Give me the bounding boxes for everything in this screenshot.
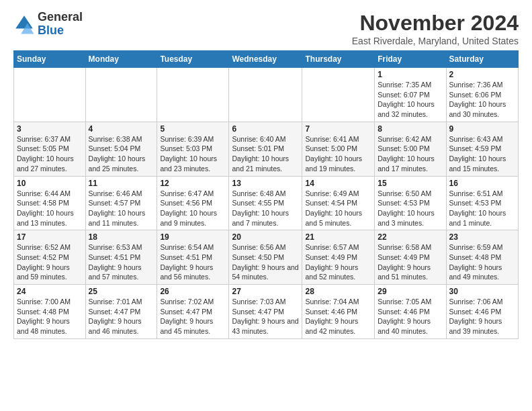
- calendar-cell: 12Sunrise: 6:47 AM Sunset: 4:56 PM Dayli…: [157, 176, 229, 230]
- day-number: 2: [449, 70, 515, 79]
- col-saturday: Saturday: [446, 51, 518, 68]
- day-number: 9: [449, 124, 515, 134]
- title-block: November 2024 East Riverdale, Maryland, …: [352, 11, 519, 46]
- day-info: Sunrise: 6:47 AM Sunset: 4:56 PM Dayligh…: [160, 189, 226, 228]
- day-number: 12: [160, 179, 226, 188]
- day-number: 14: [305, 179, 371, 188]
- day-number: 15: [378, 179, 443, 188]
- day-info: Sunrise: 6:40 AM Sunset: 5:01 PM Dayligh…: [232, 134, 299, 174]
- day-info: Sunrise: 7:35 AM Sunset: 6:07 PM Dayligh…: [378, 80, 443, 120]
- calendar-cell: 24Sunrise: 7:00 AM Sunset: 4:48 PM Dayli…: [14, 285, 86, 339]
- day-info: Sunrise: 6:53 AM Sunset: 4:51 PM Dayligh…: [89, 242, 154, 282]
- day-number: 10: [17, 179, 83, 188]
- day-info: Sunrise: 7:36 AM Sunset: 6:06 PM Dayligh…: [449, 80, 515, 120]
- day-number: 19: [160, 232, 226, 242]
- calendar-cell: 15Sunrise: 6:50 AM Sunset: 4:53 PM Dayli…: [375, 176, 446, 230]
- day-number: 20: [232, 232, 299, 242]
- calendar-cell: [157, 68, 229, 122]
- calendar-cell: [85, 68, 157, 122]
- day-info: Sunrise: 7:03 AM Sunset: 4:47 PM Dayligh…: [232, 297, 299, 336]
- calendar-week-4: 24Sunrise: 7:00 AM Sunset: 4:48 PM Dayli…: [14, 285, 519, 339]
- day-info: Sunrise: 6:41 AM Sunset: 5:00 PM Dayligh…: [305, 134, 371, 174]
- col-monday: Monday: [85, 51, 157, 68]
- day-info: Sunrise: 7:01 AM Sunset: 4:47 PM Dayligh…: [89, 297, 154, 336]
- logo-blue: Blue: [38, 24, 64, 37]
- col-thursday: Thursday: [302, 51, 375, 68]
- day-number: 21: [305, 232, 371, 242]
- day-info: Sunrise: 6:59 AM Sunset: 4:48 PM Dayligh…: [449, 242, 515, 282]
- col-friday: Friday: [375, 51, 446, 68]
- day-number: 3: [17, 124, 83, 134]
- header: General Blue November 2024 East Riverdal…: [13, 11, 519, 46]
- calendar-cell: 29Sunrise: 7:05 AM Sunset: 4:46 PM Dayli…: [375, 285, 446, 339]
- calendar-cell: 4Sunrise: 6:38 AM Sunset: 5:04 PM Daylig…: [85, 122, 157, 176]
- day-number: 23: [449, 232, 515, 242]
- day-number: 6: [232, 124, 299, 134]
- day-info: Sunrise: 6:57 AM Sunset: 4:49 PM Dayligh…: [305, 242, 371, 282]
- calendar-cell: 27Sunrise: 7:03 AM Sunset: 4:47 PM Dayli…: [229, 285, 302, 339]
- calendar-cell: 7Sunrise: 6:41 AM Sunset: 5:00 PM Daylig…: [302, 122, 375, 176]
- day-number: 22: [378, 232, 443, 242]
- calendar-cell: 21Sunrise: 6:57 AM Sunset: 4:49 PM Dayli…: [302, 230, 375, 285]
- calendar-cell: 17Sunrise: 6:52 AM Sunset: 4:52 PM Dayli…: [14, 230, 86, 285]
- calendar-cell: 5Sunrise: 6:39 AM Sunset: 5:03 PM Daylig…: [157, 122, 229, 176]
- calendar-week-1: 3Sunrise: 6:37 AM Sunset: 5:05 PM Daylig…: [14, 122, 519, 176]
- day-info: Sunrise: 6:44 AM Sunset: 4:58 PM Dayligh…: [17, 189, 83, 228]
- day-number: 18: [89, 232, 154, 242]
- day-info: Sunrise: 7:06 AM Sunset: 4:46 PM Dayligh…: [449, 297, 515, 336]
- day-info: Sunrise: 6:50 AM Sunset: 4:53 PM Dayligh…: [378, 189, 443, 228]
- day-info: Sunrise: 6:42 AM Sunset: 5:00 PM Dayligh…: [378, 134, 443, 174]
- day-number: 25: [89, 287, 154, 296]
- col-wednesday: Wednesday: [229, 51, 302, 68]
- day-number: 7: [305, 124, 371, 134]
- day-info: Sunrise: 6:37 AM Sunset: 5:05 PM Dayligh…: [17, 134, 83, 174]
- logo-general: General: [38, 10, 83, 24]
- day-number: 11: [89, 179, 154, 188]
- day-number: 1: [378, 70, 443, 79]
- day-info: Sunrise: 6:54 AM Sunset: 4:51 PM Dayligh…: [160, 242, 226, 282]
- calendar-cell: [14, 68, 86, 122]
- calendar-cell: 19Sunrise: 6:54 AM Sunset: 4:51 PM Dayli…: [157, 230, 229, 285]
- day-info: Sunrise: 6:43 AM Sunset: 4:59 PM Dayligh…: [449, 134, 515, 174]
- header-row: Sunday Monday Tuesday Wednesday Thursday…: [14, 51, 519, 68]
- day-number: 8: [378, 124, 443, 134]
- day-info: Sunrise: 6:38 AM Sunset: 5:04 PM Dayligh…: [89, 134, 154, 174]
- day-number: 4: [89, 124, 154, 134]
- calendar-cell: 28Sunrise: 7:04 AM Sunset: 4:46 PM Dayli…: [302, 285, 375, 339]
- day-info: Sunrise: 7:05 AM Sunset: 4:46 PM Dayligh…: [378, 297, 443, 336]
- day-info: Sunrise: 7:00 AM Sunset: 4:48 PM Dayligh…: [17, 297, 83, 336]
- day-info: Sunrise: 6:56 AM Sunset: 4:50 PM Dayligh…: [232, 242, 299, 282]
- day-info: Sunrise: 7:04 AM Sunset: 4:46 PM Dayligh…: [305, 297, 371, 336]
- col-sunday: Sunday: [14, 51, 86, 68]
- calendar-header: Sunday Monday Tuesday Wednesday Thursday…: [14, 51, 519, 68]
- calendar-cell: 22Sunrise: 6:58 AM Sunset: 4:49 PM Dayli…: [375, 230, 446, 285]
- day-number: 30: [449, 287, 515, 296]
- day-info: Sunrise: 6:52 AM Sunset: 4:52 PM Dayligh…: [17, 242, 83, 282]
- month-title: November 2024: [352, 11, 519, 36]
- logo: General Blue: [13, 11, 83, 38]
- day-info: Sunrise: 6:48 AM Sunset: 4:55 PM Dayligh…: [232, 189, 299, 228]
- calendar-cell: 25Sunrise: 7:01 AM Sunset: 4:47 PM Dayli…: [85, 285, 157, 339]
- calendar-cell: 18Sunrise: 6:53 AM Sunset: 4:51 PM Dayli…: [85, 230, 157, 285]
- calendar: Sunday Monday Tuesday Wednesday Thursday…: [13, 50, 519, 339]
- day-number: 28: [305, 287, 371, 296]
- svg-marker-0: [15, 15, 33, 28]
- calendar-week-2: 10Sunrise: 6:44 AM Sunset: 4:58 PM Dayli…: [14, 176, 519, 230]
- calendar-cell: 23Sunrise: 6:59 AM Sunset: 4:48 PM Dayli…: [446, 230, 518, 285]
- calendar-cell: 11Sunrise: 6:46 AM Sunset: 4:57 PM Dayli…: [85, 176, 157, 230]
- calendar-cell: 1Sunrise: 7:35 AM Sunset: 6:07 PM Daylig…: [375, 68, 446, 122]
- calendar-cell: 30Sunrise: 7:06 AM Sunset: 4:46 PM Dayli…: [446, 285, 518, 339]
- calendar-week-3: 17Sunrise: 6:52 AM Sunset: 4:52 PM Dayli…: [14, 230, 519, 285]
- calendar-cell: 3Sunrise: 6:37 AM Sunset: 5:05 PM Daylig…: [14, 122, 86, 176]
- day-number: 17: [17, 232, 83, 242]
- calendar-cell: [229, 68, 302, 122]
- day-number: 29: [378, 287, 443, 296]
- calendar-cell: 16Sunrise: 6:51 AM Sunset: 4:53 PM Dayli…: [446, 176, 518, 230]
- page: General Blue November 2024 East Riverdal…: [0, 0, 532, 346]
- calendar-cell: 14Sunrise: 6:49 AM Sunset: 4:54 PM Dayli…: [302, 176, 375, 230]
- day-info: Sunrise: 6:46 AM Sunset: 4:57 PM Dayligh…: [89, 189, 154, 228]
- day-number: 27: [232, 287, 299, 296]
- logo-text: General Blue: [38, 11, 83, 38]
- calendar-cell: 2Sunrise: 7:36 AM Sunset: 6:06 PM Daylig…: [446, 68, 518, 122]
- calendar-cell: 20Sunrise: 6:56 AM Sunset: 4:50 PM Dayli…: [229, 230, 302, 285]
